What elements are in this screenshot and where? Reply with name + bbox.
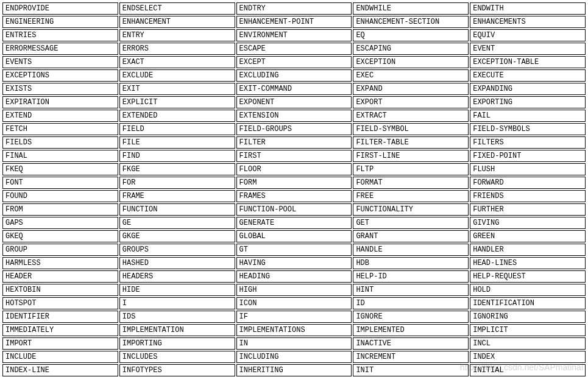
keyword-cell: IDENTIFICATION (470, 297, 586, 309)
keyword-cell: GROUPS (119, 244, 235, 256)
keyword-cell: ENHANCEMENT-POINT (236, 16, 352, 28)
keyword-cell: EXPORTING (470, 96, 586, 108)
keyword-cell: EXCLUDE (119, 69, 235, 82)
keyword-cell: FOR (119, 177, 235, 189)
keyword-cell: FILE (119, 136, 235, 149)
keyword-cell: ESCAPE (236, 43, 352, 55)
keyword-cell: FIRST (236, 150, 352, 162)
table-row: ENGINEERINGENHANCEMENTENHANCEMENT-POINTE… (2, 16, 586, 28)
table-row: HEXTOBINHIDEHIGHHINTHOLD (2, 284, 586, 296)
keyword-cell: EXACT (119, 56, 235, 68)
keyword-cell: FILTER-TABLE (353, 136, 469, 149)
keyword-cell: EXPLICIT (119, 96, 235, 108)
keyword-cell: ENTRY (119, 29, 235, 41)
keyword-cell: FRAMES (236, 190, 352, 202)
keyword-cell: EXECUTE (470, 69, 586, 82)
keyword-cell: EXCEPTION (353, 56, 469, 68)
keyword-cell: INDEX-LINE (2, 364, 118, 376)
keyword-cell: IGNORING (470, 311, 586, 323)
table-row: FONTFORFORMFORMATFORWARD (2, 177, 586, 189)
keyword-cell: INIT (353, 364, 469, 376)
table-row: FETCHFIELDFIELD-GROUPSFIELD-SYMBOLFIELD-… (2, 123, 586, 135)
keyword-cell: INCLUDE (2, 351, 118, 363)
keyword-cell: FLTP (353, 163, 469, 175)
table-row: EXCEPTIONSEXCLUDEEXCLUDINGEXECEXECUTE (2, 69, 586, 82)
keyword-cell: EXPIRATION (2, 96, 118, 108)
keyword-cell: HDB (353, 257, 469, 269)
keyword-cell: ENGINEERING (2, 16, 118, 28)
keyword-cell: GAPS (2, 217, 118, 229)
keyword-cell: GE (119, 217, 235, 229)
keyword-cell: EXIT (119, 83, 235, 95)
keyword-cell: HEAD-LINES (470, 257, 586, 269)
keyword-cell: INCLUDES (119, 351, 235, 363)
keyword-cell: EXTENDED (119, 110, 235, 122)
keyword-cell: IGNORE (353, 311, 469, 323)
table-row: IMPORTIMPORTINGININACTIVEINCL (2, 337, 586, 350)
keyword-cell: INCREMENT (353, 351, 469, 363)
keyword-cell: FIRST-LINE (353, 150, 469, 162)
keyword-cell: FONT (2, 177, 118, 189)
keyword-cell: FORWARD (470, 177, 586, 189)
keyword-cell: GLOBAL (236, 230, 352, 242)
keyword-cell: FIND (119, 150, 235, 162)
table-row: FKEQFKGEFLOORFLTPFLUSH (2, 163, 586, 175)
keyword-cell: IF (236, 311, 352, 323)
keyword-cell: ERRORS (119, 43, 235, 55)
keyword-cell: FIELD (119, 123, 235, 135)
keyword-cell: GKGE (119, 230, 235, 242)
keyword-cell: IMPLEMENTED (353, 324, 469, 336)
keyword-cell: EXCEPTIONS (2, 69, 118, 82)
keyword-cell: FIXED-POINT (470, 150, 586, 162)
keyword-cell: GT (236, 244, 352, 256)
table-row: GAPSGEGENERATEGETGIVING (2, 217, 586, 229)
keyword-cell: GRANT (353, 230, 469, 242)
keyword-cell: FINAL (2, 150, 118, 162)
keyword-cell: HELP-REQUEST (470, 270, 586, 283)
keyword-cell: IDENTIFIER (2, 311, 118, 323)
keyword-cell: GREEN (470, 230, 586, 242)
table-row: ENTRIESENTRYENVIRONMENTEQEQUIV (2, 29, 586, 41)
table-row: FOUNDFRAMEFRAMESFREEFRIENDS (2, 190, 586, 202)
keyword-cell: EXIT-COMMAND (236, 83, 352, 95)
table-row: IMMEDIATELYIMPLEMENTATIONIMPLEMENTATIONS… (2, 324, 586, 336)
keyword-cell: FOUND (2, 190, 118, 202)
keyword-cell: EXCEPT (236, 56, 352, 68)
keyword-cell: HEADERS (119, 270, 235, 283)
keyword-cell: HANDLER (470, 244, 586, 256)
keyword-cell: FUNCTIONALITY (353, 203, 469, 216)
keyword-cell: EXISTS (2, 83, 118, 95)
keyword-cell: ENHANCEMENT-SECTION (353, 16, 469, 28)
table-row: GROUPGROUPSGTHANDLEHANDLER (2, 244, 586, 256)
table-row: ERRORMESSAGEERRORSESCAPEESCAPINGEVENT (2, 43, 586, 55)
keyword-cell: GKEQ (2, 230, 118, 242)
table-row: ENDPROVIDEENDSELECTENDTRYENDWHILEENDWITH (2, 2, 586, 15)
keyword-cell: EXTEND (2, 110, 118, 122)
keyword-cell: HEADING (236, 270, 352, 283)
keyword-cell: ENVIRONMENT (236, 29, 352, 41)
keyword-cell: FROM (2, 203, 118, 216)
keyword-cell: GROUP (2, 244, 118, 256)
keyword-cell: INCLUDING (236, 351, 352, 363)
keyword-cell: HINT (353, 284, 469, 296)
keyword-cell: HASHED (119, 257, 235, 269)
keyword-cell: HAVING (236, 257, 352, 269)
keyword-cell: ENDWITH (470, 2, 586, 15)
keyword-cell: FRAME (119, 190, 235, 202)
keyword-cell: I (119, 297, 235, 309)
keyword-table-body: ENDPROVIDEENDSELECTENDTRYENDWHILEENDWITH… (2, 2, 586, 376)
keyword-cell: FURTHER (470, 203, 586, 216)
keyword-cell: ERRORMESSAGE (2, 43, 118, 55)
keyword-cell: EXPAND (353, 83, 469, 95)
keyword-cell: INFOTYPES (119, 364, 235, 376)
table-row: FINALFINDFIRSTFIRST-LINEFIXED-POINT (2, 150, 586, 162)
keyword-cell: INDEX (470, 351, 586, 363)
keyword-cell: FRIENDS (470, 190, 586, 202)
keyword-cell: FUNCTION (119, 203, 235, 216)
table-row: IDENTIFIERIDSIFIGNOREIGNORING (2, 311, 586, 323)
keyword-cell: ENDWHILE (353, 2, 469, 15)
keyword-cell: FAIL (470, 110, 586, 122)
keyword-cell: EVENT (470, 43, 586, 55)
keyword-cell: EXPANDING (470, 83, 586, 95)
keyword-cell: FIELD-SYMBOLS (470, 123, 586, 135)
